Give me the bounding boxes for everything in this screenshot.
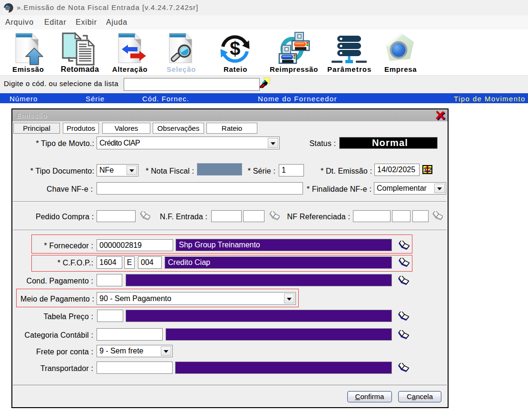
- svg-text:1: 1: [423, 166, 427, 174]
- svg-text:2: 2: [428, 166, 432, 174]
- svg-text:$: $: [230, 38, 240, 59]
